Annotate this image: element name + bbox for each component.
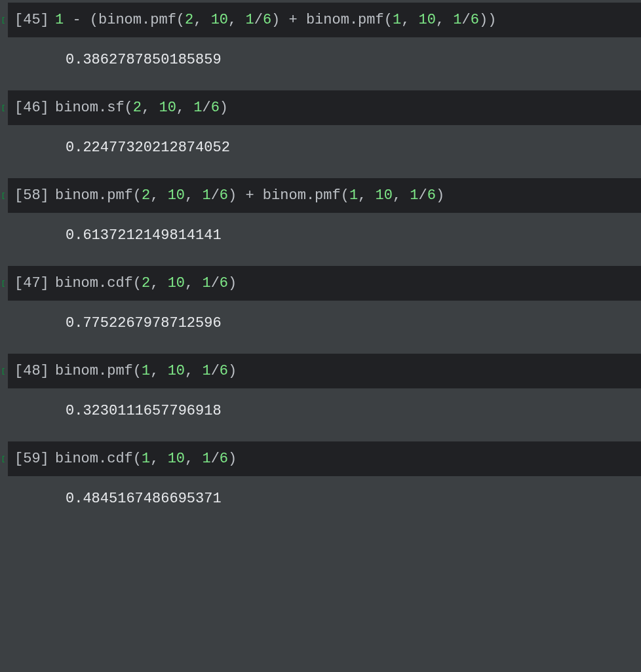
code-token: 6 <box>220 451 228 467</box>
code-token: 6 <box>427 187 436 204</box>
code-token: 2 <box>133 100 142 116</box>
execution-count: [59] <box>8 451 55 467</box>
code-token: - (binom.pmf( <box>64 12 185 28</box>
code-token: 1 <box>142 363 150 379</box>
code-token: 2 <box>142 187 150 204</box>
code-token: ) + binom.pmf( <box>228 187 349 204</box>
code-token: ) + binom.pmf( <box>271 12 393 28</box>
cell-input-row[interactable]: [[59]binom.cdf(1, 10, 1/6) <box>8 441 641 476</box>
cell-output-row: 0.22477320212874052 <box>8 125 641 169</box>
code-token: ) <box>228 451 237 467</box>
code-token: 1 <box>245 12 254 28</box>
code-token: 10 <box>168 187 185 204</box>
code-token: 1 <box>453 12 461 28</box>
executed-marker-icon: [ <box>1 104 5 111</box>
cell-input-row[interactable]: [[46]binom.sf(2, 10, 1/6) <box>8 90 641 125</box>
code-token: / <box>211 187 220 204</box>
code-token: 10 <box>376 187 393 204</box>
code-token: binom.cdf( <box>55 451 142 467</box>
code-input[interactable]: binom.pmf(2, 10, 1/6) + binom.pmf(1, 10,… <box>55 187 444 204</box>
executed-marker-icon: [ <box>1 455 5 462</box>
code-token: 6 <box>211 100 220 116</box>
output-gutter <box>8 140 66 156</box>
code-token: )) <box>479 12 496 28</box>
cell-output-row: 0.3862787850185859 <box>8 37 641 81</box>
code-token: , <box>185 275 202 291</box>
code-input[interactable]: binom.sf(2, 10, 1/6) <box>55 100 228 116</box>
output-text: 0.3862787850185859 <box>66 52 222 68</box>
code-cell: [[48]binom.pmf(1, 10, 1/6)0.323011165779… <box>0 354 641 432</box>
code-cell: [[46]binom.sf(2, 10, 1/6)0.2247732021287… <box>0 90 641 169</box>
code-input[interactable]: 1 - (binom.pmf(2, 10, 1/6) + binom.pmf(1… <box>55 12 496 28</box>
code-token: 6 <box>220 187 228 204</box>
code-input[interactable]: binom.cdf(2, 10, 1/6) <box>55 275 237 291</box>
code-token: 1 <box>393 12 401 28</box>
code-token: 6 <box>220 275 228 291</box>
code-token: / <box>202 100 210 116</box>
code-token: binom.pmf( <box>55 363 142 379</box>
code-token: , <box>142 100 159 116</box>
cell-input-row[interactable]: [[58]binom.pmf(2, 10, 1/6) + binom.pmf(1… <box>8 178 641 213</box>
code-token: 1 <box>410 187 418 204</box>
code-token: 1 <box>202 275 210 291</box>
code-token: , <box>176 100 193 116</box>
code-token: binom.pmf( <box>55 187 142 204</box>
output-text: 0.7752267978712596 <box>66 315 222 331</box>
code-token: / <box>211 363 220 379</box>
output-gutter <box>8 52 66 68</box>
code-cell: [[58]binom.pmf(2, 10, 1/6) + binom.pmf(1… <box>0 178 641 257</box>
output-gutter <box>8 403 66 419</box>
code-token: 2 <box>185 12 193 28</box>
code-token: binom.sf( <box>55 100 133 116</box>
execution-count: [48] <box>8 363 55 379</box>
code-input[interactable]: binom.cdf(1, 10, 1/6) <box>55 451 237 467</box>
code-token: 10 <box>168 275 185 291</box>
code-cell: [[45]1 - (binom.pmf(2, 10, 1/6) + binom.… <box>0 3 641 81</box>
code-token: ) <box>228 363 237 379</box>
code-token: 10 <box>159 100 176 116</box>
output-text: 0.3230111657796918 <box>66 403 222 419</box>
code-token: 10 <box>168 363 185 379</box>
cell-input-row[interactable]: [[47]binom.cdf(2, 10, 1/6) <box>8 266 641 301</box>
code-token: , <box>193 12 210 28</box>
code-token: / <box>254 12 263 28</box>
code-cell: [[47]binom.cdf(2, 10, 1/6)0.775226797871… <box>0 266 641 345</box>
execution-count: [47] <box>8 275 55 291</box>
code-input[interactable]: binom.pmf(1, 10, 1/6) <box>55 363 237 379</box>
notebook-container: [[45]1 - (binom.pmf(2, 10, 1/6) + binom.… <box>0 3 641 520</box>
code-token: , <box>150 275 167 291</box>
code-token: 1 <box>142 451 150 467</box>
execution-count: [46] <box>8 100 55 116</box>
executed-marker-icon: [ <box>1 192 5 199</box>
cell-output-row: 0.7752267978712596 <box>8 301 641 345</box>
cell-input-row[interactable]: [[48]binom.pmf(1, 10, 1/6) <box>8 354 641 388</box>
code-token: , <box>401 12 418 28</box>
output-gutter <box>8 315 66 331</box>
code-token: 10 <box>211 12 228 28</box>
cell-output-row: 0.3230111657796918 <box>8 388 641 432</box>
code-token: , <box>228 12 245 28</box>
code-token: 6 <box>263 12 271 28</box>
output-text: 0.4845167486695371 <box>66 491 222 507</box>
code-token: ) <box>436 187 444 204</box>
output-gutter <box>8 227 66 244</box>
code-token: / <box>419 187 427 204</box>
code-token: , <box>150 451 167 467</box>
code-token: , <box>358 187 375 204</box>
code-token: / <box>211 275 220 291</box>
code-token: 1 <box>202 187 210 204</box>
code-token: , <box>150 363 167 379</box>
code-token: 1 <box>202 363 210 379</box>
code-token: binom.cdf( <box>55 275 142 291</box>
cell-input-row[interactable]: [[45]1 - (binom.pmf(2, 10, 1/6) + binom.… <box>8 3 641 37</box>
code-token: , <box>185 187 202 204</box>
output-gutter <box>8 491 66 507</box>
code-token: 10 <box>168 451 185 467</box>
code-token: , <box>185 451 202 467</box>
code-token: 1 <box>349 187 358 204</box>
code-token: / <box>211 451 220 467</box>
output-text: 0.22477320212874052 <box>66 140 230 156</box>
executed-marker-icon: [ <box>1 280 5 287</box>
code-token: 1 <box>55 12 64 28</box>
code-token: / <box>462 12 471 28</box>
